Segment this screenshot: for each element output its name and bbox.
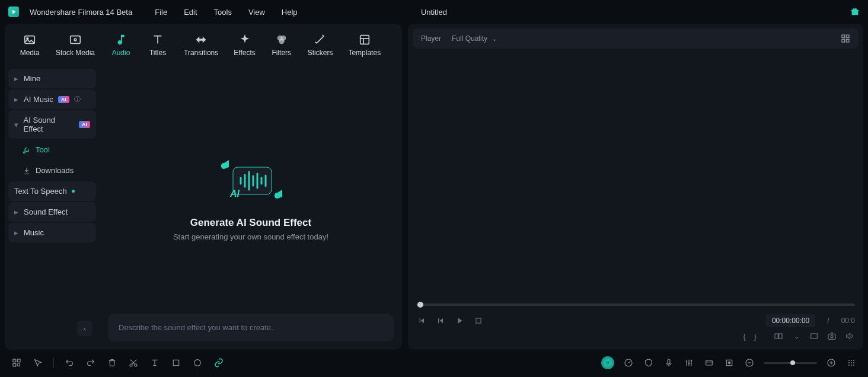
transitions-icon (194, 33, 208, 46)
svg-point-47 (848, 362, 850, 363)
prev-frame-button[interactable] (416, 315, 427, 326)
meter-icon[interactable] (623, 357, 634, 369)
compare-icon[interactable] (773, 331, 784, 341)
sidebar-item-ai-sound-effect[interactable]: ▾AI Sound EffectAI (8, 110, 96, 139)
track-options-icon[interactable] (845, 357, 857, 369)
sidebar-item-downloads[interactable]: Downloads (8, 161, 96, 180)
zoom-in-button[interactable] (825, 357, 837, 369)
tool-icon (23, 146, 31, 154)
audio-sidebar: ▸Mine ▸AI MusicAIⓘ ▾AI Sound EffectAI To… (5, 65, 100, 350)
layout-icon (358, 33, 371, 46)
marker-icon[interactable] (703, 357, 715, 369)
zoom-out-button[interactable] (743, 357, 755, 369)
help-icon[interactable]: ⓘ (74, 95, 81, 104)
timecode-slash: / (827, 317, 829, 325)
media-tabs: Media Stock Media Audio Titles Transitio… (5, 24, 402, 65)
tab-effects[interactable]: Effects (228, 30, 261, 60)
sidebar-item-tool[interactable]: Tool (8, 140, 96, 159)
brace-open[interactable]: { (743, 332, 745, 341)
tab-filters[interactable]: Filters (265, 30, 298, 60)
menu-file[interactable]: File (155, 8, 167, 17)
scrubber[interactable] (416, 303, 855, 306)
color-icon[interactable] (192, 357, 203, 369)
apps-icon[interactable] (11, 357, 23, 369)
tab-audio[interactable]: Audio (104, 30, 138, 60)
link-icon[interactable] (213, 357, 225, 369)
zoom-knob[interactable] (790, 360, 795, 365)
chevron-right-icon: ▸ (14, 207, 19, 216)
svg-point-37 (608, 362, 609, 363)
menu-edit[interactable]: Edit (184, 8, 197, 17)
tab-media[interactable]: Media (13, 30, 46, 60)
sidebar-item-sound-effect[interactable]: ▸Sound Effect (8, 202, 96, 222)
stop-button[interactable] (473, 315, 484, 326)
sidebar-item-music[interactable]: ▸Music (8, 223, 96, 242)
undo-icon[interactable] (63, 357, 75, 369)
menu-help[interactable]: Help (282, 8, 298, 17)
chevron-right-icon: ▸ (14, 74, 19, 83)
svg-point-50 (848, 365, 850, 366)
text-tool-icon[interactable] (149, 357, 161, 369)
svg-rect-28 (13, 359, 16, 362)
menu-tools[interactable]: Tools (214, 8, 232, 17)
mic-icon[interactable] (663, 357, 675, 369)
expand-icon[interactable] (809, 331, 819, 341)
svg-point-46 (853, 360, 854, 361)
tab-stock-media[interactable]: Stock Media (50, 30, 101, 60)
titlebar: Wondershare Filmora 14 Beta File Edit To… (0, 0, 868, 24)
menu-view[interactable]: View (248, 8, 265, 17)
svg-point-27 (831, 336, 833, 338)
tab-stickers[interactable]: Stickers (302, 30, 339, 60)
layout-grid-icon[interactable] (841, 34, 850, 43)
tab-transitions[interactable]: Transitions (178, 30, 224, 60)
svg-point-44 (848, 360, 850, 361)
svg-point-35 (194, 360, 201, 366)
redo-icon[interactable] (85, 357, 97, 369)
hero-title: Generate AI Sound Effect (173, 217, 328, 229)
delete-icon[interactable] (106, 357, 118, 369)
svg-rect-39 (668, 359, 670, 364)
wand-icon (314, 33, 327, 46)
timeline-toolbar (0, 350, 868, 376)
svg-rect-19 (846, 35, 849, 38)
prompt-box[interactable] (108, 314, 394, 341)
sidebar-item-mine[interactable]: ▸Mine (8, 69, 96, 88)
filters-icon (275, 33, 288, 46)
player-label: Player (421, 34, 441, 43)
ai-badge: AI (58, 96, 69, 103)
svg-rect-26 (828, 334, 835, 340)
quality-selector[interactable]: Full Quality ⌄ (452, 34, 497, 43)
play-button[interactable] (454, 315, 465, 326)
mixer-icon[interactable] (683, 357, 695, 369)
svg-point-52 (853, 365, 854, 366)
svg-rect-7 (360, 36, 369, 44)
chevron-down-icon[interactable]: ⌄ (791, 331, 802, 341)
text-icon (151, 33, 164, 46)
snapshot-icon[interactable] (826, 331, 837, 341)
svg-point-51 (851, 365, 852, 366)
tab-titles[interactable]: Titles (141, 30, 174, 60)
collapse-sidebar-button[interactable]: ‹ (77, 321, 92, 336)
gift-icon[interactable] (850, 7, 860, 17)
svg-point-31 (17, 363, 20, 366)
scrubber-knob[interactable] (417, 302, 423, 308)
keyframe-icon[interactable] (723, 357, 735, 369)
sidebar-item-tts[interactable]: Text To Speech (8, 181, 96, 201)
timecode-total: 00:0 (841, 317, 855, 325)
pointer-icon[interactable] (32, 357, 44, 369)
ai-assistant-button[interactable] (601, 356, 614, 369)
brace-close[interactable]: } (754, 332, 757, 341)
shield-icon[interactable] (643, 357, 655, 369)
step-back-button[interactable] (435, 315, 446, 326)
separator (53, 357, 54, 368)
crop-icon[interactable] (170, 357, 182, 369)
svg-rect-2 (71, 36, 81, 44)
svg-point-49 (853, 362, 854, 363)
tab-templates[interactable]: Templates (342, 30, 387, 60)
zoom-slider[interactable] (764, 362, 817, 364)
svg-point-3 (74, 39, 76, 41)
sound-effect-prompt-input[interactable] (119, 323, 383, 332)
sidebar-item-ai-music[interactable]: ▸AI MusicAIⓘ (8, 90, 96, 109)
volume-icon[interactable] (844, 331, 855, 341)
cut-icon[interactable] (127, 357, 139, 369)
